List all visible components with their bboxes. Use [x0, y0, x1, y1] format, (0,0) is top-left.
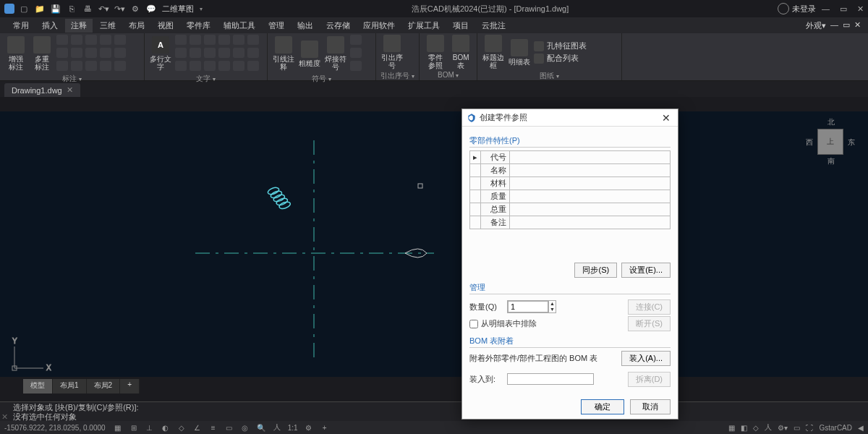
spin-down-icon[interactable]: ▼ — [549, 307, 556, 312]
panel-bom-title[interactable]: BOM — [424, 69, 472, 80]
panel-symbol-title[interactable]: 符号 — [272, 72, 371, 85]
layout-1[interactable]: 布局1 — [53, 379, 87, 393]
ortho-icon[interactable]: ⊥ — [145, 422, 155, 433]
inner-restore-icon[interactable]: ▭ — [843, 20, 850, 31]
weld-button[interactable]: 焊接符号 — [324, 36, 347, 71]
viewcube-s[interactable]: 南 — [827, 156, 835, 166]
fitlist-button[interactable]: 配合列表 — [534, 53, 587, 64]
tab-partlib[interactable]: 零件库 — [181, 19, 216, 33]
text-grid[interactable] — [175, 35, 260, 72]
settings-button[interactable]: 设置(E)... — [621, 263, 671, 278]
scale-label[interactable]: 1:1 — [288, 422, 298, 433]
maximize-icon[interactable]: ▭ — [840, 4, 847, 14]
bom-button[interactable]: BOM表 — [450, 35, 473, 69]
attach-to-input[interactable] — [507, 373, 594, 385]
layout-add[interactable]: + — [120, 379, 140, 393]
panel-dim-title[interactable]: 标注 — [4, 72, 140, 85]
mtext-button[interactable]: A多行文字 — [149, 36, 172, 71]
panel-drawing-title[interactable]: 图纸 — [482, 69, 617, 82]
gear-icon[interactable]: ⚙ — [304, 422, 314, 433]
polar-icon[interactable]: ◐ — [161, 422, 171, 433]
osnap-icon[interactable]: ◇ — [176, 422, 187, 433]
sync-button[interactable]: 同步(S) — [574, 263, 617, 278]
open-icon[interactable]: 📁 — [35, 4, 45, 14]
qty-input[interactable] — [508, 301, 548, 312]
plus-icon[interactable]: + — [320, 422, 330, 433]
layout-2[interactable]: 布局2 — [87, 379, 121, 393]
lineweight-icon[interactable]: ≡ — [208, 422, 218, 433]
workspace-icon[interactable]: ⚙ — [130, 4, 140, 14]
viewcube-e[interactable]: 东 — [848, 137, 855, 148]
symbol-grid[interactable] — [350, 35, 363, 72]
expand-icon[interactable]: ⛶ — [806, 424, 813, 432]
partlist-button[interactable]: 明细表 — [508, 39, 531, 66]
panel-text-title[interactable]: 文字 — [149, 72, 263, 85]
tab-cloudnote[interactable]: 云批注 — [476, 19, 511, 33]
minimize-icon[interactable]: — — [822, 4, 830, 14]
tab-insert[interactable]: 插入 — [36, 19, 64, 33]
enhanced-dim-button[interactable]: 增强 标注 — [4, 36, 27, 71]
layout-model[interactable]: 模型 — [23, 379, 53, 393]
exclude-checkbox[interactable] — [469, 320, 478, 328]
tray-icon[interactable]: ◀ — [858, 424, 864, 432]
viewcube[interactable]: 上 北 南 东 西 — [807, 119, 854, 165]
tab-ext[interactable]: 扩展工具 — [402, 19, 446, 33]
workspace-label[interactable]: 二维草图 — [162, 4, 194, 14]
inner-minimize-icon[interactable]: — — [830, 20, 838, 31]
leader-button[interactable]: 引线注释 — [272, 36, 295, 71]
new-icon[interactable]: ▢ — [19, 4, 29, 14]
dyn-icon[interactable]: ▭ — [224, 422, 234, 433]
anno-icon[interactable]: 人 — [765, 422, 772, 433]
balloon-button[interactable]: 引出序号 — [380, 35, 404, 69]
magnify-icon[interactable]: 🔍 — [256, 422, 266, 433]
tab-aux[interactable]: 辅助工具 — [218, 19, 261, 33]
tab-view[interactable]: 视图 — [152, 19, 179, 33]
attach-button[interactable]: 装入(A)... — [621, 351, 671, 366]
viewcube-top[interactable]: 上 — [817, 129, 843, 155]
tab-output[interactable]: 输出 — [292, 19, 319, 33]
tab-layout[interactable]: 布局 — [123, 19, 150, 33]
tab-app[interactable]: 应用软件 — [357, 19, 401, 33]
snap2-icon[interactable]: ▦ — [728, 424, 735, 432]
dim-grid[interactable] — [56, 35, 127, 72]
inner-close-icon[interactable]: ✕ — [854, 20, 861, 31]
cancel-button[interactable]: 取消 — [630, 399, 671, 414]
props-table[interactable]: ▸代号 名称 材料 质量 总重 备注 — [469, 150, 671, 229]
tab-cloud[interactable]: 云存储 — [320, 19, 356, 33]
scale-icon[interactable]: 人 — [272, 422, 282, 433]
dialog-close-icon[interactable]: ✕ — [659, 112, 673, 124]
close-icon[interactable]: ✕ — [857, 4, 864, 14]
gear2-icon[interactable]: ⚙▾ — [778, 424, 788, 432]
ok-button[interactable]: 确定 — [581, 399, 624, 414]
qty-spinner[interactable]: ▲▼ — [507, 300, 556, 313]
chat-icon[interactable]: 💬 — [146, 4, 156, 14]
lock-icon[interactable]: ◇ — [753, 424, 759, 432]
viewcube-n[interactable]: 北 — [827, 117, 835, 127]
user-area[interactable]: 未登录 — [778, 3, 816, 14]
cycle-icon[interactable]: ◎ — [240, 422, 250, 433]
grid-icon[interactable]: ▦ — [113, 422, 123, 433]
titleblock-button[interactable]: 标题边框 — [482, 35, 505, 69]
appearance-menu[interactable]: 外观▾ — [806, 20, 826, 31]
saveas-icon[interactable]: ⎘ — [67, 4, 77, 14]
drawing-canvas[interactable]: Y X 上 北 南 东 西 — [0, 111, 868, 377]
panel-balloon-title[interactable]: 引出序号 — [380, 69, 414, 82]
dialog-titlebar[interactable]: 创建零件参照 ✕ — [462, 109, 678, 127]
tab-home[interactable]: 常用 — [7, 19, 35, 33]
otrack-icon[interactable]: ∠ — [192, 422, 203, 433]
spin-up-icon[interactable]: ▲ — [549, 301, 556, 307]
tab-3d[interactable]: 三维 — [94, 19, 122, 33]
print-icon[interactable]: 🖶 — [82, 4, 93, 14]
iso-icon[interactable]: ◧ — [741, 424, 747, 432]
tab-annotate[interactable]: 注释 — [65, 19, 93, 33]
viewcube-w[interactable]: 西 — [806, 137, 813, 148]
tab-project[interactable]: 项目 — [447, 19, 475, 33]
holechart-button[interactable]: 孔特征图表 — [534, 41, 587, 51]
save-icon[interactable]: 💾 — [51, 4, 61, 14]
snap-icon[interactable]: ⊞ — [129, 422, 139, 433]
multi-dim-button[interactable]: 多重 标注 — [30, 36, 54, 71]
close-tab-icon[interactable]: ✕ — [67, 85, 73, 95]
monitor-icon[interactable]: ▭ — [793, 424, 800, 432]
tab-manage[interactable]: 管理 — [263, 19, 290, 33]
partref-button[interactable]: 零件 参照 — [424, 35, 447, 69]
